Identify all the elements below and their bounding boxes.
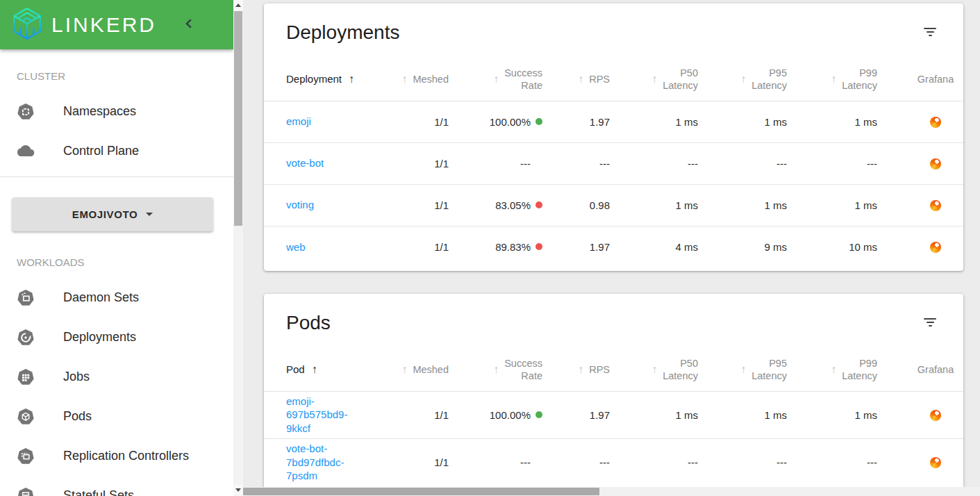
- sidebar-item-label: Jobs: [63, 370, 90, 384]
- meshed-cell: 1/1: [431, 391, 465, 438]
- sidebar-item-namespaces[interactable]: Namespaces: [0, 92, 233, 131]
- statefulsets-icon: [17, 487, 35, 496]
- filter-button[interactable]: [923, 28, 937, 38]
- sidebar-item-deployments[interactable]: Deployments: [0, 317, 233, 357]
- section-caption-workloads: WORKLOADS: [0, 256, 233, 268]
- sidebar-item-label: Replication Controllers: [63, 449, 189, 463]
- sort-icon: ↑: [401, 363, 407, 376]
- grafana-icon: [930, 242, 941, 253]
- linkerd-logo-icon[interactable]: [10, 6, 44, 44]
- sidebar-item-label: Daemon Sets: [63, 290, 139, 305]
- table-row: web 1/1 89.83% 1.97 4 ms 9 ms 10 ms: [264, 226, 963, 267]
- p95-cell: 9 ms: [715, 226, 804, 267]
- chevron-left-icon: [181, 16, 197, 33]
- deployments-table: Deployment↑ ↑Meshed ↑Success Rate ↑RPS ↑…: [264, 58, 963, 267]
- grafana-link[interactable]: [930, 240, 941, 252]
- sort-icon: ↑: [740, 363, 746, 376]
- grafana-link[interactable]: [930, 115, 941, 127]
- grafana-link[interactable]: [930, 199, 941, 210]
- grafana-link[interactable]: [930, 408, 941, 420]
- p50-cell: ---: [626, 142, 715, 184]
- table-row: emoji-697b575bd9-9kkcf 1/1 100.00% 1.97 …: [264, 391, 963, 438]
- meshed-cell: 1/1: [431, 142, 465, 184]
- sort-icon: ↑: [578, 73, 583, 85]
- sidebar-item-pods[interactable]: Pods: [0, 397, 233, 436]
- namespace-selector-label: EMOJIVOTO: [72, 208, 138, 220]
- rps-cell: ---: [559, 142, 626, 184]
- rps-cell: 1.97: [559, 391, 626, 438]
- status-dot: [535, 243, 542, 250]
- deployment-link[interactable]: voting: [286, 198, 314, 212]
- pods-table: Pod↑ ↑Meshed ↑Success Rate ↑RPS ↑P50 Lat…: [264, 348, 963, 486]
- scroll-up-button[interactable]: [233, 0, 243, 10]
- deployment-link[interactable]: emoji: [286, 115, 311, 129]
- p99-cell: 10 ms: [804, 226, 894, 267]
- column-header-meshed[interactable]: ↑Meshed: [431, 58, 465, 101]
- sidebar-item-label: Control Plane: [63, 144, 139, 158]
- pod-link[interactable]: vote-bot-7bd97dfbdc-7psdm: [286, 442, 359, 483]
- column-header-p50[interactable]: ↑P50 Latency: [626, 348, 715, 391]
- success-rate-value: ---: [520, 158, 531, 170]
- rps-cell: 1.97: [559, 226, 626, 267]
- deployments-icon: [17, 329, 35, 347]
- column-header-success-rate[interactable]: ↑Success Rate: [465, 58, 559, 101]
- scroll-down-button[interactable]: [233, 485, 243, 495]
- column-header-success-rate[interactable]: ↑Success Rate: [465, 348, 559, 391]
- meshed-cell: 1/1: [431, 101, 465, 142]
- deployment-link[interactable]: web: [286, 240, 306, 254]
- section-caption-cluster: CLUSTER: [0, 70, 233, 82]
- filter-button[interactable]: [923, 318, 937, 328]
- grafana-link[interactable]: [930, 157, 941, 169]
- sort-asc-icon: ↑: [312, 363, 317, 376]
- grafana-link[interactable]: [930, 456, 941, 468]
- pod-link[interactable]: emoji-697b575bd9-9kkcf: [286, 395, 359, 436]
- table-row: vote-bot-7bd97dfbdc-7psdm 1/1 --- --- --…: [264, 438, 963, 486]
- sidebar-scrollbar[interactable]: [233, 0, 243, 496]
- p99-cell: 1 ms: [804, 184, 894, 226]
- horizontal-scrollbar[interactable]: [243, 487, 980, 496]
- success-rate-value: 100.00%: [490, 116, 531, 128]
- sidebar-item-control-plane[interactable]: Control Plane: [0, 131, 233, 171]
- sidebar-item-daemon-sets[interactable]: Daemon Sets: [0, 278, 233, 317]
- column-header-p99[interactable]: ↑P99 Latency: [804, 58, 894, 101]
- sidebar-item-label: Deployments: [63, 330, 136, 345]
- column-header-p50[interactable]: ↑P50 Latency: [626, 58, 715, 101]
- column-header-p95[interactable]: ↑P95 Latency: [715, 348, 804, 391]
- namespaces-icon: [17, 103, 35, 121]
- pods-card-title: Pods: [264, 294, 963, 334]
- p99-cell: 1 ms: [804, 391, 894, 438]
- column-header-rps[interactable]: ↑RPS: [559, 348, 626, 391]
- p99-cell: ---: [804, 142, 894, 184]
- sidebar-item-label: Namespaces: [63, 104, 136, 119]
- sidebar-item-stateful-sets[interactable]: Stateful Sets: [0, 476, 233, 496]
- sort-icon: ↑: [651, 73, 657, 85]
- column-header-rps[interactable]: ↑RPS: [559, 58, 626, 101]
- deployments-card: Deployments Deployment↑ ↑Meshed ↑Success…: [264, 3, 963, 271]
- sidebar-item-replication-controllers[interactable]: Replication Controllers: [0, 436, 233, 476]
- sidebar-item-jobs[interactable]: Jobs: [0, 357, 233, 397]
- column-header-p95[interactable]: ↑P95 Latency: [715, 58, 804, 101]
- sidebar-divider: [0, 176, 233, 177]
- column-header-p99[interactable]: ↑P99 Latency: [804, 348, 894, 391]
- column-header-meshed[interactable]: ↑Meshed: [431, 348, 465, 391]
- status-dot: [535, 118, 542, 125]
- main-content: Deployments Deployment↑ ↑Meshed ↑Success…: [243, 0, 980, 496]
- table-header-row: Pod↑ ↑Meshed ↑Success Rate ↑RPS ↑P50 Lat…: [264, 348, 963, 391]
- meshed-cell: 1/1: [431, 438, 465, 486]
- table-header-row: Deployment↑ ↑Meshed ↑Success Rate ↑RPS ↑…: [264, 58, 963, 101]
- success-rate-value: 89.83%: [495, 241, 531, 253]
- p95-cell: 1 ms: [715, 101, 804, 142]
- horizontal-scrollbar-thumb[interactable]: [243, 488, 599, 495]
- namespace-selector-button[interactable]: EMOJIVOTO: [12, 197, 213, 231]
- brand-title[interactable]: LINKERD: [51, 13, 156, 37]
- deployment-link[interactable]: vote-bot: [286, 156, 324, 170]
- sort-asc-icon: ↑: [349, 73, 354, 85]
- table-row: voting 1/1 83.05% 0.98 1 ms 1 ms 1 ms: [264, 184, 963, 226]
- success-rate-value: ---: [520, 456, 531, 468]
- sidebar-scrollbar-thumb[interactable]: [234, 11, 242, 226]
- p99-cell: ---: [804, 438, 894, 486]
- p95-cell: ---: [715, 142, 804, 184]
- rps-cell: 1.97: [559, 101, 626, 142]
- sort-icon: ↑: [831, 363, 836, 376]
- collapse-sidebar-button[interactable]: [181, 16, 197, 33]
